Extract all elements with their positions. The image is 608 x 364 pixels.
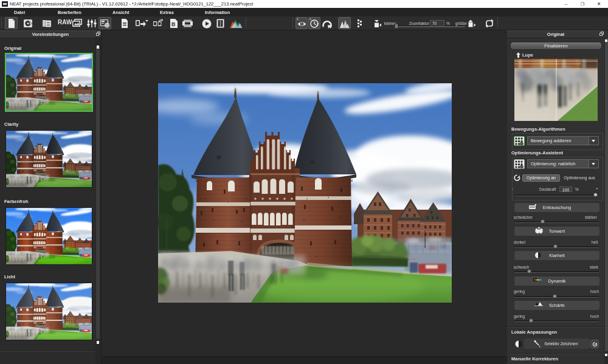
svg-text:B: B (171, 21, 176, 27)
